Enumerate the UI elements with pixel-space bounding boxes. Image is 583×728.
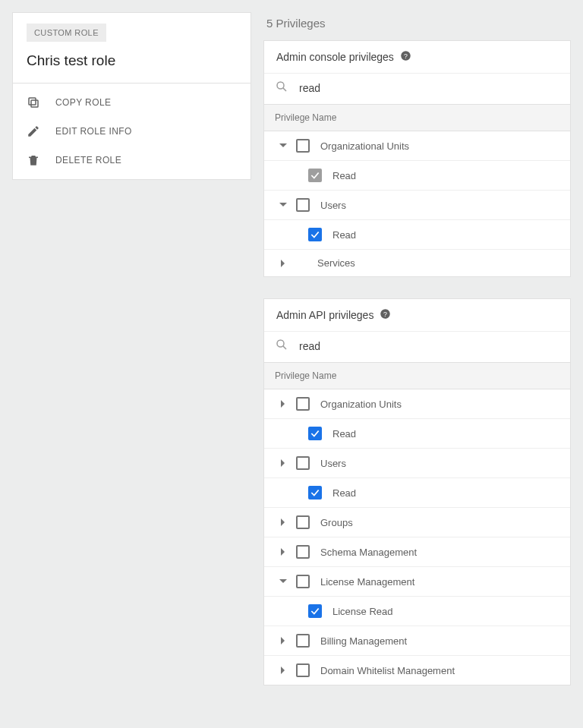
priv-api-org-units-read[interactable]: Read xyxy=(264,419,570,449)
checkbox-api-license[interactable] xyxy=(296,575,310,588)
chevron-right-icon[interactable] xyxy=(275,518,292,526)
priv-users-read[interactable]: Read xyxy=(264,220,570,250)
svg-line-5 xyxy=(283,88,286,91)
svg-text:?: ? xyxy=(383,310,387,318)
edit-role-label: EDIT ROLE INFO xyxy=(55,126,132,137)
priv-label: Read xyxy=(332,428,559,440)
role-type-badge: CUSTOM ROLE xyxy=(27,24,106,42)
role-actions: COPY ROLE EDIT ROLE INFO DELETE ROLE xyxy=(13,84,251,179)
api-privilege-column-header: Privilege Name xyxy=(264,362,570,389)
priv-api-domain-whitelist[interactable]: Domain Whitelist Management xyxy=(264,656,570,685)
priv-api-schema[interactable]: Schema Management xyxy=(264,537,570,567)
svg-text:?: ? xyxy=(404,52,408,60)
priv-org-units[interactable]: Organizational Units xyxy=(264,131,570,161)
priv-label: Users xyxy=(320,458,559,469)
console-privilege-column-header: Privilege Name xyxy=(264,104,570,131)
checkbox-api-license-read[interactable] xyxy=(308,604,322,618)
priv-api-billing[interactable]: Billing Management xyxy=(264,626,570,656)
console-privileges-title-row: Admin console privileges ? xyxy=(264,41,570,73)
priv-label: Read xyxy=(332,170,559,181)
copy-role-button[interactable]: COPY ROLE xyxy=(13,88,251,117)
priv-label: Schema Management xyxy=(320,547,559,558)
role-sidebar: CUSTOM ROLE Chris test role COPY ROLE ED… xyxy=(12,12,251,180)
api-privileges-panel: Admin API privileges ? Privilege Name Or… xyxy=(263,298,571,685)
priv-label: Billing Management xyxy=(320,635,559,647)
copy-icon xyxy=(27,96,40,109)
chevron-right-icon[interactable] xyxy=(275,637,292,644)
priv-label: Organization Units xyxy=(320,399,559,410)
role-sidebar-header: CUSTOM ROLE Chris test role xyxy=(13,13,251,84)
chevron-right-icon[interactable] xyxy=(275,667,292,674)
delete-role-label: DELETE ROLE xyxy=(55,155,121,165)
priv-label: Groups xyxy=(320,517,559,528)
priv-api-license[interactable]: License Management xyxy=(264,567,570,597)
search-icon xyxy=(275,338,298,355)
checkbox-api-groups[interactable] xyxy=(296,515,310,529)
privileges-main: 5 Privileges Admin console privileges ? … xyxy=(263,12,571,707)
priv-label: Services xyxy=(317,257,559,269)
svg-rect-0 xyxy=(31,100,38,107)
console-search-row xyxy=(264,73,570,104)
copy-role-label: COPY ROLE xyxy=(55,97,111,108)
console-privileges-title: Admin console privileges xyxy=(276,51,394,63)
priv-label: Users xyxy=(320,200,559,211)
checkbox-api-org-units[interactable] xyxy=(296,397,310,411)
priv-org-units-read[interactable]: Read xyxy=(264,161,570,191)
priv-api-license-read[interactable]: License Read xyxy=(264,597,570,626)
api-search-input[interactable] xyxy=(298,339,559,353)
edit-role-button[interactable]: EDIT ROLE INFO xyxy=(13,117,251,146)
chevron-down-icon[interactable] xyxy=(275,201,292,209)
priv-services[interactable]: Services xyxy=(264,250,570,276)
priv-label: License Read xyxy=(332,606,559,617)
delete-role-button[interactable]: DELETE ROLE xyxy=(13,146,251,175)
checkbox-org-units[interactable] xyxy=(296,139,310,153)
role-title: Chris test role xyxy=(27,52,237,69)
help-icon[interactable]: ? xyxy=(373,308,391,322)
checkbox-users[interactable] xyxy=(296,198,310,212)
checkbox-api-billing[interactable] xyxy=(296,634,310,648)
trash-icon xyxy=(27,153,40,167)
chevron-right-icon[interactable] xyxy=(275,400,292,408)
priv-label: Domain Whitelist Management xyxy=(320,665,559,676)
svg-rect-1 xyxy=(29,98,36,105)
chevron-down-icon[interactable] xyxy=(275,578,292,585)
priv-label: License Management xyxy=(320,576,559,588)
pencil-icon xyxy=(27,124,40,138)
console-privileges-panel: Admin console privileges ? Privilege Nam… xyxy=(263,40,571,277)
chevron-down-icon[interactable] xyxy=(275,142,292,150)
checkbox-api-org-units-read[interactable] xyxy=(308,427,322,440)
svg-point-8 xyxy=(277,340,284,347)
priv-label: Read xyxy=(332,229,559,241)
priv-label: Read xyxy=(332,487,559,499)
priv-api-groups[interactable]: Groups xyxy=(264,508,570,537)
checkbox-api-schema[interactable] xyxy=(296,545,310,559)
api-privileges-title-row: Admin API privileges ? xyxy=(264,299,570,331)
help-icon[interactable]: ? xyxy=(394,50,411,64)
chevron-right-icon[interactable] xyxy=(275,459,292,467)
checkbox-org-units-read[interactable] xyxy=(308,169,322,182)
api-search-row xyxy=(264,331,570,362)
svg-line-9 xyxy=(283,346,286,349)
priv-users[interactable]: Users xyxy=(264,191,570,220)
checkbox-api-users-read[interactable] xyxy=(308,486,322,500)
priv-api-org-units[interactable]: Organization Units xyxy=(264,389,570,419)
privileges-count-header: 5 Privileges xyxy=(263,12,571,40)
checkbox-api-users[interactable] xyxy=(296,456,310,470)
chevron-right-icon[interactable] xyxy=(275,548,292,556)
priv-label: Organizational Units xyxy=(320,140,559,152)
checkbox-api-domain-whitelist[interactable] xyxy=(296,663,310,677)
console-search-input[interactable] xyxy=(298,81,559,95)
svg-point-4 xyxy=(277,82,284,89)
search-icon xyxy=(275,80,298,96)
api-privileges-title: Admin API privileges xyxy=(276,309,373,321)
priv-api-users-read[interactable]: Read xyxy=(264,478,570,508)
priv-api-users[interactable]: Users xyxy=(264,449,570,478)
checkbox-users-read[interactable] xyxy=(308,228,322,241)
chevron-right-icon[interactable] xyxy=(275,260,292,267)
